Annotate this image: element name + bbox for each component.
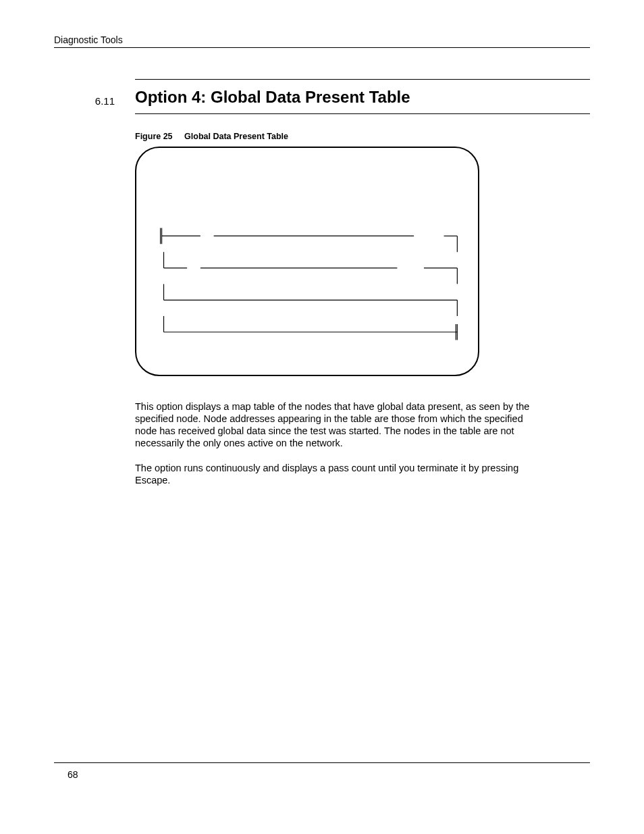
screen-diagram-icon bbox=[136, 148, 478, 375]
document-page: Diagnostic Tools 6.11 Option 4: Global D… bbox=[0, 0, 644, 834]
figure-title: Global Data Present Table bbox=[184, 132, 288, 141]
figure-label: Figure 25 bbox=[135, 132, 173, 141]
figure-illustration bbox=[135, 147, 479, 376]
header-title: Diagnostic Tools bbox=[54, 34, 123, 45]
section-number: 6.11 bbox=[54, 79, 135, 107]
paragraph-1: This option displays a map table of the … bbox=[135, 400, 547, 450]
footer-rule bbox=[54, 762, 590, 763]
page-number: 68 bbox=[68, 769, 78, 780]
section-main: Option 4: Global Data Present Table Figu… bbox=[135, 79, 590, 498]
rule-top bbox=[135, 79, 590, 80]
rule-bottom bbox=[135, 113, 590, 114]
figure-caption: Figure 25 Global Data Present Table bbox=[135, 132, 590, 141]
section-heading: Option 4: Global Data Present Table bbox=[135, 88, 590, 107]
paragraph-2: The option runs continuously and display… bbox=[135, 462, 547, 486]
body-text: This option displays a map table of the … bbox=[135, 400, 590, 486]
content-row: 6.11 Option 4: Global Data Present Table… bbox=[54, 79, 590, 498]
page-header: Diagnostic Tools bbox=[54, 34, 590, 48]
